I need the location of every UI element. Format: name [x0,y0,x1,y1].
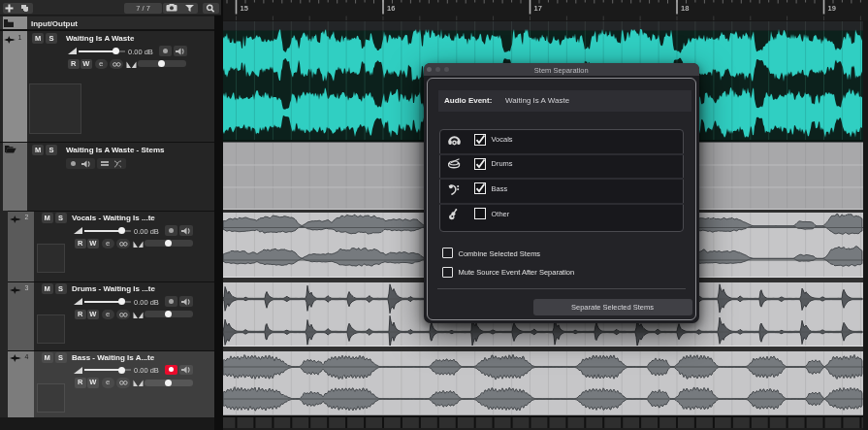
svg-text:16: 16 [387,4,395,13]
svg-text:15: 15 [241,4,248,13]
svg-text:17: 17 [534,4,542,13]
svg-text:19: 19 [828,4,836,13]
svg-text:18: 18 [681,4,689,13]
